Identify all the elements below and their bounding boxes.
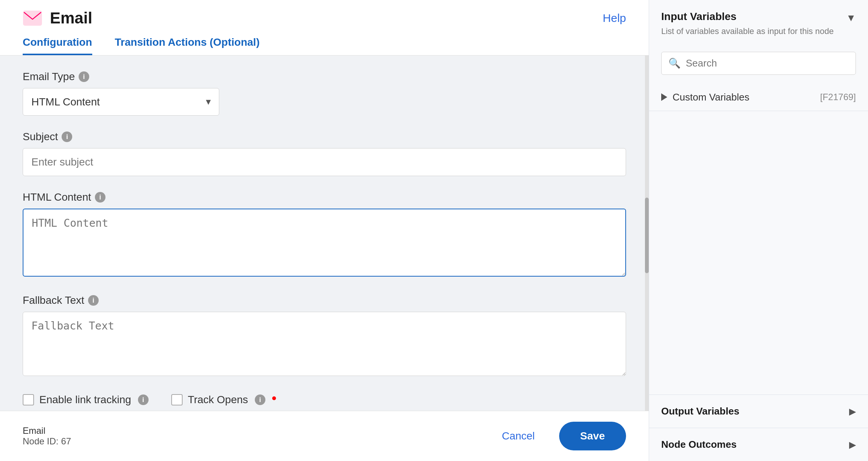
header: Email Help Configuration Transition Acti… — [0, 0, 649, 56]
html-content-label: HTML Content i — [23, 191, 626, 203]
input-variables-title: Input Variables — [661, 11, 834, 23]
subject-label: Subject i — [23, 131, 626, 143]
html-content-info-icon[interactable]: i — [95, 192, 105, 203]
sidebar-spacer — [649, 111, 868, 394]
custom-variables-id: [F21769] — [820, 92, 856, 102]
subject-input[interactable] — [23, 148, 626, 176]
node-outcomes-item[interactable]: Node Outcomes ▶ — [649, 428, 868, 461]
track-opens-error-dot — [272, 396, 276, 400]
track-opens-label: Track Opens — [188, 394, 248, 406]
enable-link-tracking-checkbox[interactable] — [23, 394, 34, 405]
track-opens-item: Track Opens i — [171, 394, 276, 406]
enable-link-tracking-info-icon[interactable]: i — [138, 394, 149, 405]
checkboxes-row: Enable link tracking i Track Opens i — [23, 394, 626, 406]
tabs: Configuration Transition Actions (Option… — [23, 36, 626, 55]
email-type-select[interactable]: HTML Content Plain Text Template — [23, 88, 219, 116]
email-type-info-icon[interactable]: i — [79, 71, 89, 82]
custom-variables-label: Custom Variables — [673, 91, 749, 103]
html-content-textarea[interactable] — [23, 209, 626, 277]
node-outcomes-label: Node Outcomes — [661, 439, 736, 450]
form-scroll-area: Email Type i HTML Content Plain Text Tem… — [0, 56, 649, 411]
search-input[interactable] — [686, 57, 849, 69]
help-link[interactable]: Help — [603, 12, 626, 25]
tab-transition-actions[interactable]: Transition Actions (Optional) — [115, 36, 260, 55]
input-variables-header-text: Input Variables List of variables availa… — [661, 11, 834, 37]
expand-custom-vars-icon — [661, 93, 667, 101]
enable-link-tracking-label: Enable link tracking — [39, 394, 131, 406]
input-variables-subtitle: List of variables available as input for… — [661, 26, 834, 37]
fallback-text-group: Fallback Text i — [23, 294, 626, 379]
subject-group: Subject i — [23, 131, 626, 176]
right-sidebar: Input Variables List of variables availa… — [649, 0, 868, 461]
input-variables-header: Input Variables List of variables availa… — [649, 0, 868, 48]
footer-info: Email Node ID: 67 — [23, 425, 71, 447]
search-icon: 🔍 — [668, 57, 680, 69]
search-box: 🔍 — [661, 52, 856, 75]
fallback-text-textarea[interactable] — [23, 312, 626, 376]
output-variables-item[interactable]: Output Variables ▶ — [649, 394, 868, 428]
fallback-text-label: Fallback Text i — [23, 294, 626, 306]
save-button[interactable]: Save — [559, 422, 626, 450]
track-opens-info-icon[interactable]: i — [255, 394, 265, 405]
footer: Email Node ID: 67 Cancel Save — [0, 411, 649, 461]
subject-label-text: Subject — [23, 131, 58, 143]
enable-link-tracking-item: Enable link tracking i — [23, 394, 149, 406]
header-top: Email Help — [23, 9, 626, 27]
footer-actions: Cancel Save — [485, 422, 626, 450]
header-title: Email — [23, 9, 92, 27]
node-outcomes-chevron-icon: ▶ — [849, 439, 856, 450]
fallback-text-info-icon[interactable]: i — [88, 295, 99, 306]
scrollbar-thumb[interactable] — [645, 198, 649, 273]
email-icon — [23, 10, 42, 26]
footer-node-id: Node ID: 67 — [23, 436, 71, 447]
tab-configuration[interactable]: Configuration — [23, 36, 92, 55]
custom-vars-left: Custom Variables — [661, 91, 749, 103]
footer-node-title: Email — [23, 425, 71, 436]
email-type-label-text: Email Type — [23, 71, 75, 83]
output-variables-label: Output Variables — [661, 405, 739, 417]
output-variables-chevron-icon: ▶ — [849, 406, 856, 417]
email-type-select-wrapper: HTML Content Plain Text Template ▼ — [23, 88, 219, 116]
main-content: Email Help Configuration Transition Acti… — [0, 0, 649, 461]
page-title: Email — [50, 9, 92, 27]
fallback-text-label-text: Fallback Text — [23, 294, 84, 306]
cancel-button[interactable]: Cancel — [485, 422, 551, 450]
email-type-label: Email Type i — [23, 71, 626, 83]
html-content-group: HTML Content i — [23, 191, 626, 279]
input-variables-chevron-icon[interactable]: ▼ — [846, 12, 856, 24]
sidebar-bottom: Output Variables ▶ Node Outcomes ▶ — [649, 394, 868, 461]
scrollbar[interactable] — [645, 56, 649, 411]
track-opens-checkbox[interactable] — [171, 394, 183, 405]
svg-rect-0 — [23, 11, 42, 25]
subject-info-icon[interactable]: i — [62, 131, 72, 142]
input-variables-section: Input Variables List of variables availa… — [649, 0, 868, 111]
html-content-label-text: HTML Content — [23, 191, 91, 203]
custom-variables-row[interactable]: Custom Variables [F21769] — [649, 84, 868, 111]
email-type-group: Email Type i HTML Content Plain Text Tem… — [23, 71, 626, 116]
